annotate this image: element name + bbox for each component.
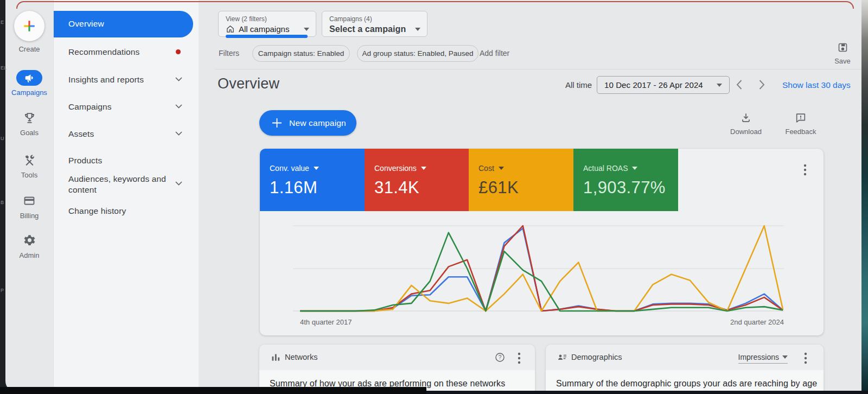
dropdown-caret-icon	[717, 84, 722, 87]
card-menu-kebab-icon[interactable]	[804, 352, 807, 364]
nav-item-overview[interactable]: Overview	[54, 11, 193, 37]
sidebar-label-campaigns: Campaigns	[5, 88, 53, 97]
dropdown-caret-icon	[632, 167, 637, 170]
dropdown-caret-icon	[314, 167, 319, 170]
show-last-30-days-link[interactable]: Show last 30 days	[782, 80, 851, 90]
scorecard-label: Conv. value	[270, 164, 309, 173]
screen-share-border	[16, 1, 854, 9]
create-button[interactable]	[14, 11, 44, 41]
app-sidebar: Create Campaigns	[5, 0, 53, 392]
scorecard-conversions[interactable]: Conversions 31.4K	[365, 149, 469, 211]
recommendations-badge	[176, 49, 181, 54]
chevron-down-icon	[175, 104, 182, 109]
nav-label-campaigns: Campaigns	[68, 102, 112, 112]
scorecard-label: Cost	[478, 164, 494, 173]
nav-label-recommendations: Recommendations	[68, 47, 139, 57]
sidebar-item-campaigns[interactable]: Campaigns	[5, 70, 53, 97]
sidebar-item-admin[interactable]: Admin	[5, 233, 53, 259]
sidebar-item-billing[interactable]: Billing	[5, 194, 53, 220]
sidebar-item-goals[interactable]: Goals	[5, 111, 53, 137]
scorecard-value: 1.16M	[270, 178, 365, 198]
page-title: Overview	[218, 75, 279, 92]
credit-card-icon	[22, 194, 36, 207]
feedback-button[interactable]: Feedback	[782, 112, 820, 136]
background-text-fragment: EL	[1, 65, 7, 71]
demographics-metric-picker[interactable]: Impressions	[738, 353, 788, 364]
campaign-selector[interactable]: Campaigns (4) Select a campaign	[322, 11, 427, 37]
app-window: Create Campaigns	[5, 0, 861, 392]
date-range-picker[interactable]: 10 Dec 2017 - 26 Apr 2024	[597, 76, 730, 94]
performance-summary-card: Conv. value 1.16M Conversions 31.4K Cost…	[260, 149, 824, 335]
scorecard-label: Actual ROAS	[583, 164, 628, 173]
next-period-button[interactable]	[759, 80, 765, 90]
view-selector-active-underline	[226, 35, 308, 38]
background-taskbar	[426, 391, 868, 394]
trophy-icon	[23, 111, 36, 125]
svg-text:?: ?	[499, 354, 502, 360]
demographics-card: Demographics Impressions Summary of the …	[546, 345, 824, 392]
demographics-summary: Summary of the demographic groups your a…	[556, 379, 817, 389]
demographics-icon	[557, 352, 568, 363]
card-menu-kebab-icon[interactable]	[803, 164, 807, 176]
campaign-selector-caption: Campaigns (4)	[329, 15, 420, 23]
dropdown-caret-icon	[499, 167, 504, 170]
feedback-icon	[795, 112, 807, 124]
filters-label: Filters	[219, 49, 239, 58]
new-campaign-button[interactable]: New campaign	[259, 110, 356, 136]
sidebar-item-tools[interactable]: Tools	[5, 154, 53, 179]
add-filter-button[interactable]: Add filter	[480, 49, 509, 58]
dropdown-caret-icon	[782, 355, 788, 359]
help-icon[interactable]: ?	[494, 352, 506, 363]
scorecard-label: Conversions	[374, 164, 417, 173]
sidebar-label-create: Create	[5, 45, 53, 53]
dropdown-caret-icon	[304, 28, 309, 31]
chart-line-actual-roas	[300, 233, 783, 311]
gear-icon	[23, 233, 36, 247]
x-axis-start-label: 4th quarter 2017	[300, 318, 352, 326]
scorecard-value: 1,903.77%	[583, 178, 678, 198]
view-selector-value: All campaigns	[239, 24, 289, 34]
scorecard-conv-value[interactable]: Conv. value 1.16M	[260, 149, 365, 211]
sidebar-item-create[interactable]: Create	[5, 11, 53, 53]
nav-label-assets: Assets	[68, 129, 94, 139]
chevron-down-icon	[175, 131, 182, 136]
x-axis-end-label: 2nd quarter 2024	[730, 318, 784, 326]
background-taskbar	[0, 387, 426, 394]
background-text-fragment: P	[1, 288, 4, 293]
background-text-fragment: E	[1, 20, 4, 25]
save-button[interactable]: Save	[826, 42, 859, 65]
plus-icon	[272, 118, 282, 128]
background-window-edge: EELUBP	[0, 0, 5, 387]
networks-card-header: Networks ?	[259, 345, 535, 370]
networks-card: Networks ? Summary of how your ads are p…	[259, 345, 535, 392]
scorecard-actual-roas[interactable]: Actual ROAS 1,903.77%	[573, 149, 678, 211]
new-campaign-label: New campaign	[289, 118, 346, 128]
scorecard-cost[interactable]: Cost £61K	[469, 149, 573, 211]
navigation-panel: Overview Recommendations Insights and re…	[53, 0, 199, 392]
view-selector-caption: View (2 filters)	[226, 15, 309, 23]
scorecard-value: 31.4K	[374, 178, 469, 198]
campaigns-pill	[16, 70, 42, 86]
demographics-card-title: Demographics	[571, 353, 622, 361]
tools-icon	[23, 154, 36, 167]
create-plus-icon	[21, 18, 37, 34]
nav-label-audiences: Audiences, keywords and content	[68, 174, 170, 195]
filter-chip-campaign-status[interactable]: Campaign status: Enabled	[252, 45, 350, 62]
download-label: Download	[727, 128, 765, 136]
sidebar-label-goals: Goals	[5, 129, 53, 137]
sidebar-label-tools: Tools	[5, 171, 53, 179]
previous-period-button[interactable]	[736, 80, 742, 90]
chevron-down-icon	[175, 181, 182, 186]
date-range-value: 10 Dec 2017 - 26 Apr 2024	[604, 80, 703, 90]
download-icon	[740, 112, 752, 124]
networks-card-title: Networks	[285, 353, 317, 361]
view-selector[interactable]: View (2 filters) All campaigns	[218, 11, 316, 37]
card-menu-kebab-icon[interactable]	[518, 352, 521, 364]
dropdown-caret-icon	[421, 167, 426, 170]
nav-label-overview: Overview	[68, 19, 104, 29]
dropdown-caret-icon	[415, 28, 420, 31]
nav-label-change-history: Change history	[68, 206, 126, 216]
filter-chip-ad-group-status[interactable]: Ad group status: Enabled, Paused	[357, 45, 478, 62]
background-text-fragment: U	[1, 136, 4, 141]
download-button[interactable]: Download	[727, 112, 765, 136]
